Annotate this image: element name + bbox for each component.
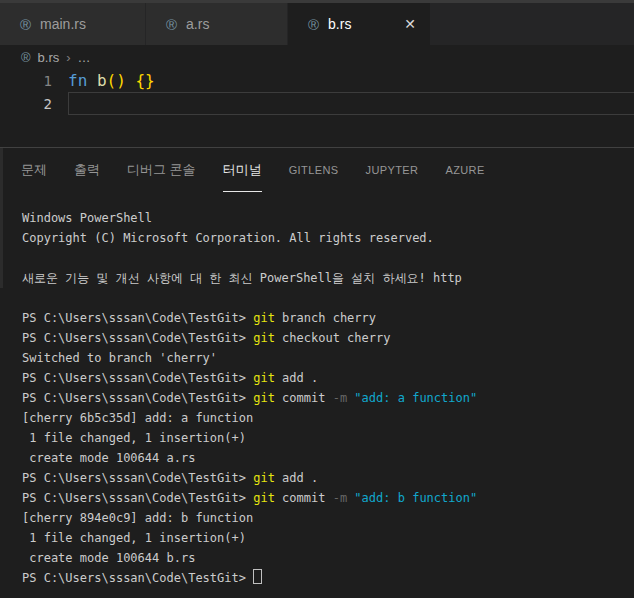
terminal-text-segment: checkout cherry (275, 331, 391, 345)
current-line-highlight[interactable] (68, 92, 634, 115)
line-number: 1 (0, 73, 52, 89)
terminal-text-segment: git (253, 491, 275, 505)
terminal-line (22, 288, 634, 308)
terminal-line: [cherry 6b5c35d] add: a function (22, 408, 634, 428)
close-icon[interactable]: ✕ (404, 17, 416, 31)
terminal-text-segment: "add: b function" (354, 491, 477, 505)
terminal-text-segment: create mode 100644 b.rs (22, 551, 195, 565)
code-line[interactable]: 1 fn b() {} (0, 69, 634, 92)
terminal-line (22, 248, 634, 268)
terminal-line: PS C:\Users\sssan\Code\TestGit> (22, 568, 634, 588)
terminal-text-segment: 새로운 기능 및 개선 사항에 대 한 최신 PowerShell을 설치 하세… (22, 271, 462, 285)
tab-a-rs[interactable]: ® a.rs (146, 3, 288, 45)
code-token (126, 71, 136, 90)
code-token: {} (135, 71, 154, 90)
terminal-text-segment: git (253, 311, 275, 325)
terminal-line: PS C:\Users\sssan\Code\TestGit> git comm… (22, 488, 634, 508)
code-token: b (97, 71, 107, 90)
terminal-text-segment: PS C:\Users\sssan\Code\TestGit> (22, 331, 253, 345)
terminal-text-segment: PS C:\Users\sssan\Code\TestGit> (22, 311, 253, 325)
line-number: 2 (0, 96, 52, 112)
terminal-text-segment: add . (275, 371, 318, 385)
panel-tab-output[interactable]: 출력 (74, 148, 100, 192)
terminal-text-segment: Switched to branch 'cherry' (22, 351, 217, 365)
bottom-panel: 문제 출력 디버그 콘솔 터미널 GITLENS JUPYTER AZURE W… (0, 147, 634, 598)
terminal-text-segment: PS C:\Users\sssan\Code\TestGit> (22, 391, 253, 405)
terminal-output[interactable]: Windows PowerShellCopyright (C) Microsof… (0, 192, 634, 598)
terminal-text-segment: git (253, 371, 275, 385)
code-line[interactable]: 2 (0, 92, 634, 115)
terminal-cursor (253, 569, 262, 584)
terminal-text-segment: [cherry 6b5c35d] add: a function (22, 411, 253, 425)
terminal-text-segment: commit (275, 391, 333, 405)
terminal-line: 1 file changed, 1 insertion(+) (22, 528, 634, 548)
terminal-text-segment: -m (333, 391, 347, 405)
code-token: () (107, 71, 126, 90)
panel-tab-gitlens[interactable]: GITLENS (289, 148, 339, 192)
terminal-text-segment: PS C:\Users\sssan\Code\TestGit> (22, 491, 253, 505)
rust-file-icon: ® (308, 17, 319, 32)
tab-main-rs[interactable]: ® main.rs (0, 3, 146, 45)
terminal-line: create mode 100644 a.rs (22, 448, 634, 468)
terminal-text-segment: git (253, 471, 275, 485)
terminal-text-segment: PS C:\Users\sssan\Code\TestGit> (22, 371, 253, 385)
terminal-line: PS C:\Users\sssan\Code\TestGit> git comm… (22, 388, 634, 408)
breadcrumb-file[interactable]: b.rs (38, 50, 60, 65)
panel-tab-debug-console[interactable]: 디버그 콘솔 (127, 148, 196, 192)
terminal-text-segment: add . (275, 471, 318, 485)
terminal-text-segment: commit (275, 491, 333, 505)
terminal-text-segment: PS C:\Users\sssan\Code\TestGit> (22, 471, 253, 485)
panel-tab-azure[interactable]: AZURE (445, 148, 484, 192)
code-token (87, 71, 97, 90)
terminal-line: Windows PowerShell (22, 208, 634, 228)
panel-left-edge (0, 148, 3, 288)
terminal-line: 새로운 기능 및 개선 사항에 대 한 최신 PowerShell을 설치 하세… (22, 268, 634, 288)
vscode-window: ® main.rs ® a.rs ® b.rs ✕ ® b.rs › … 1 f… (0, 0, 634, 598)
rust-file-icon: ® (166, 17, 177, 32)
panel-tab-jupyter[interactable]: JUPYTER (366, 148, 419, 192)
chevron-right-icon: › (66, 50, 70, 65)
terminal-text-segment: Windows PowerShell (22, 211, 152, 225)
terminal-line: PS C:\Users\sssan\Code\TestGit> git bran… (22, 308, 634, 328)
terminal-line: PS C:\Users\sssan\Code\TestGit> git chec… (22, 328, 634, 348)
tab-label: main.rs (40, 16, 86, 32)
terminal-line: Switched to branch 'cherry' (22, 348, 634, 368)
terminal-text-segment: -m (333, 491, 347, 505)
code-content[interactable]: fn b() {} (68, 71, 634, 90)
breadcrumb-symbol-ellipsis[interactable]: … (78, 50, 91, 65)
terminal-line: [cherry 894e0c9] add: b function (22, 508, 634, 528)
terminal-line: Copyright (C) Microsoft Corporation. All… (22, 228, 634, 248)
terminal-line: 1 file changed, 1 insertion(+) (22, 428, 634, 448)
terminal-text-segment: branch cherry (275, 311, 376, 325)
tab-label: a.rs (186, 16, 209, 32)
terminal-text-segment: git (253, 331, 275, 345)
code-token: fn (68, 71, 87, 90)
editor[interactable]: 1 fn b() {} 2 (0, 69, 634, 131)
terminal-text-segment: [cherry 894e0c9] add: b function (22, 511, 253, 525)
terminal-text-segment: 1 file changed, 1 insertion(+) (22, 431, 246, 445)
terminal-line: PS C:\Users\sssan\Code\TestGit> git add … (22, 468, 634, 488)
panel-tab-bar: 문제 출력 디버그 콘솔 터미널 GITLENS JUPYTER AZURE (0, 148, 634, 192)
breadcrumb[interactable]: ® b.rs › … (0, 45, 634, 69)
editor-tab-bar: ® main.rs ® a.rs ® b.rs ✕ (0, 3, 634, 45)
tab-label: b.rs (328, 16, 351, 32)
panel-tab-terminal[interactable]: 터미널 (223, 148, 262, 192)
terminal-text-segment: "add: a function" (354, 391, 477, 405)
panel-tab-problems[interactable]: 문제 (21, 148, 47, 192)
rust-file-icon: ® (21, 51, 31, 64)
terminal-text-segment: git (253, 391, 275, 405)
terminal-line: create mode 100644 b.rs (22, 548, 634, 568)
terminal-text-segment: 1 file changed, 1 insertion(+) (22, 531, 246, 545)
terminal-line: PS C:\Users\sssan\Code\TestGit> git add … (22, 368, 634, 388)
terminal-text-segment: Copyright (C) Microsoft Corporation. All… (22, 231, 434, 245)
rust-file-icon: ® (20, 17, 31, 32)
tab-b-rs[interactable]: ® b.rs ✕ (288, 3, 430, 45)
terminal-text-segment: create mode 100644 a.rs (22, 451, 195, 465)
terminal-text-segment: PS C:\Users\sssan\Code\TestGit> (22, 571, 253, 585)
